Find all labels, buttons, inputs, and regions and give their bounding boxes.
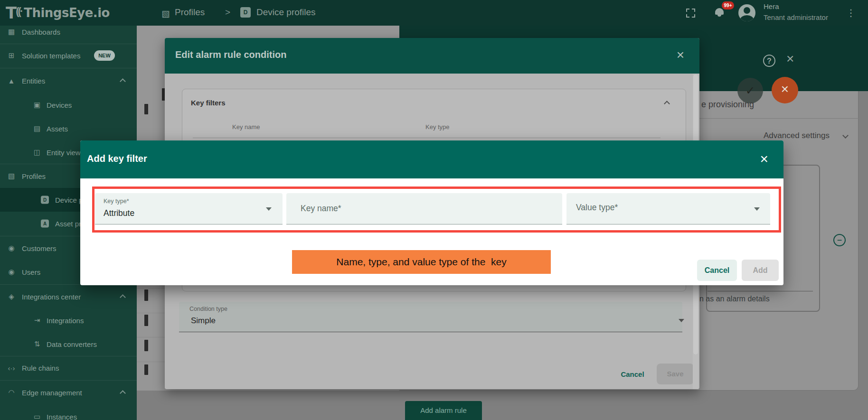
sidebar-item-solution-templates[interactable]: ⊞Solution templatesNEW [0, 44, 137, 67]
condition-type-select[interactable]: Condition type Simple [179, 302, 682, 332]
kebab-menu-icon[interactable]: ⋮ [846, 6, 856, 19]
devices-icon: ▣ [32, 101, 42, 109]
sidebar-divider [0, 68, 137, 68]
sidebar-item-instances[interactable]: ▭Instances [0, 405, 137, 420]
dropdown-arrow-icon [754, 207, 760, 211]
column-header-key-type: Key type [425, 123, 450, 131]
key-type-value: Attribute [104, 208, 134, 218]
logo-text: ThingsEye.io [24, 6, 110, 20]
close-icon[interactable]: × [760, 151, 768, 167]
clipped-text-fragment [144, 340, 148, 351]
instances-icon: ▭ [32, 412, 42, 420]
entities-icon: ▲ [7, 77, 16, 85]
dropdown-arrow-icon [266, 207, 272, 211]
table-header-underline [193, 138, 660, 138]
clipped-text-fragment [144, 315, 148, 326]
add-key-filter-dialog: Add key filter × Key type* Attribute Val… [80, 140, 783, 285]
sidebar-item-integrations-center[interactable]: ◈Integrations center [0, 285, 137, 308]
sidebar-item-assets[interactable]: ▤Assets [0, 117, 137, 140]
integrations-icon: ⇥ [32, 316, 42, 325]
users-icon: ◉ [7, 268, 16, 276]
customers-icon: ◉ [7, 244, 16, 252]
key-type-select[interactable]: Key type* Attribute [95, 193, 283, 224]
top-header-bar: T ((· ThingsEye.io ▧ Profiles > D Device… [0, 0, 868, 26]
sidebar-item-label: Assets [47, 125, 68, 133]
chevron-up-icon [120, 390, 126, 396]
close-icon[interactable]: × [677, 47, 684, 63]
sidebar-item-label: Rule chains [22, 364, 59, 372]
sidebar-item-label: Solution templates [22, 52, 80, 60]
device-profiles-icon: D [41, 196, 49, 204]
profiles-icon: ▧ [7, 172, 16, 180]
sidebar-item-label: Instances [47, 413, 77, 420]
remove-minus-icon[interactable]: − [833, 234, 846, 246]
tab-device-provisioning-fragment[interactable]: e provisioning [701, 100, 754, 110]
sidebar-item-data-converters[interactable]: ⇅Data converters [0, 332, 137, 356]
sidebar-item-integrations[interactable]: ⇥Integrations [0, 308, 137, 332]
add-button[interactable]: Add [742, 260, 779, 281]
sidebar-item-label: Customers [22, 244, 57, 252]
add-alarm-rule-button[interactable]: Add alarm rule [405, 401, 482, 420]
breadcrumb-separator: > [225, 7, 230, 18]
rule-chains-icon: ‹·› [7, 364, 16, 372]
dashboards-icon: ▦ [7, 28, 16, 36]
condition-type-value: Simple [191, 316, 216, 326]
advanced-settings-toggle[interactable]: Advanced settings [764, 131, 830, 140]
breadcrumb-device-profiles[interactable]: Device profiles [256, 7, 316, 18]
help-icon[interactable]: ? [763, 55, 775, 67]
sidebar-item-label: Integrations [47, 317, 84, 325]
edge-management-icon: ◠ [7, 388, 16, 397]
sidebar-item-label: Dashboards [22, 28, 60, 36]
sidebar-item-label: Data converters [47, 340, 97, 348]
sidebar-item-edge-management[interactable]: ◠Edge management [0, 381, 137, 404]
avatar[interactable] [738, 4, 755, 21]
notifications-count-badge: 99+ [722, 1, 734, 9]
key-name-input[interactable] [300, 193, 547, 224]
close-icon[interactable]: × [786, 51, 794, 66]
column-header-key-name: Key name [232, 123, 260, 131]
dialog-header [80, 140, 783, 178]
sidebar-item-rule-chains[interactable]: ‹·›Rule chains [0, 356, 137, 380]
chevron-up-icon [120, 294, 126, 300]
chevron-up-icon[interactable] [664, 101, 670, 107]
value-type-label: Value type* [576, 203, 618, 213]
assets-icon: ▤ [32, 124, 42, 133]
notifications-bell-icon[interactable] [715, 8, 724, 15]
field-underline [708, 291, 813, 291]
dialog-title: Add key filter [87, 153, 147, 164]
sidebar-item-label: Profiles [22, 172, 46, 180]
profiles-icon: ▧ [161, 8, 170, 19]
key-type-label: Key type* [104, 198, 129, 205]
fullscreen-icon[interactable] [686, 9, 695, 18]
value-type-select[interactable]: Value type* [566, 193, 770, 224]
key-filters-title: Key filters [191, 99, 226, 107]
user-name: Hera [764, 2, 779, 10]
sidebar-item-devices[interactable]: ▣Devices [0, 93, 137, 117]
clipped-text-fragment [144, 104, 148, 114]
device-profiles-icon: D [240, 7, 251, 18]
integrations-center-icon: ◈ [7, 292, 16, 301]
cancel-button[interactable]: Cancel [616, 364, 649, 384]
asset-profiles-icon: A [41, 220, 49, 228]
dialog-title: Edit alarm rule condition [175, 49, 286, 60]
sidebar-item-label: Edge management [22, 389, 82, 397]
breadcrumb-profiles[interactable]: Profiles [175, 7, 205, 18]
sidebar-item-label: Entity views [47, 149, 84, 157]
clipped-text-fragment [144, 289, 148, 301]
new-badge: NEW [94, 50, 115, 61]
logo-waves-icon: ((· [16, 5, 22, 18]
key-name-field[interactable] [286, 193, 562, 224]
thingseye-logo[interactable]: T ((· ThingsEye.io [6, 3, 110, 23]
sidebar-item-label: Entities [22, 77, 45, 85]
solution-templates-icon: ⊞ [7, 51, 16, 60]
cancel-button[interactable]: Cancel [697, 260, 737, 281]
clipped-text-fragment [144, 364, 148, 375]
logo-icon: T [6, 3, 16, 22]
chevron-up-icon [120, 78, 126, 84]
alarm-details-text-fragment: n as an alarm details [699, 295, 770, 303]
dropdown-arrow-icon [679, 319, 684, 322]
sidebar-item-label: Devices [47, 101, 72, 109]
save-button[interactable]: Save [657, 364, 694, 384]
sidebar-item-entities[interactable]: ▲Entities [0, 69, 137, 93]
discard-close-icon[interactable]: × [772, 77, 798, 103]
